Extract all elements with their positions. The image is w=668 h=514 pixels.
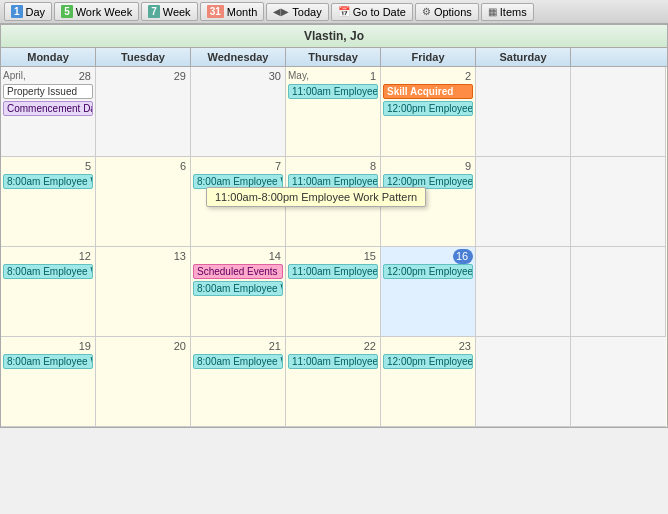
calendar-cell: April,28Property IssuedCommencement Dat [1,67,96,157]
toolbar-btn-options[interactable]: ⚙Options [415,3,479,21]
date-number: 8 [288,159,378,174]
calendar-cell [571,337,666,427]
options-label: Options [434,6,472,18]
date-number: 7 [193,159,283,174]
items-icon: ▦ [488,6,497,17]
date-number [573,339,664,342]
calendar-event[interactable]: Scheduled Events [193,264,283,279]
calendar-event[interactable]: 11:00am Employee W [288,354,378,369]
calendar-cell: 2312:00pm Employee W [381,337,476,427]
day-header-thursday: Thursday [286,48,381,66]
calendar-event[interactable]: 12:00pm Employee W [383,101,473,116]
date-number: 21 [193,339,283,354]
date-number: 22 [288,339,378,354]
calendar-cell: 13 [96,247,191,337]
date-number: 15 [288,249,378,264]
calendar-cell: 1612:00pm Employee W [381,247,476,337]
event-tooltip: 11:00am-8:00pm Employee Work Pattern [206,187,426,207]
date-number: 9 [383,159,473,174]
calendar-cell: 198:00am Employee W [1,337,96,427]
today-icon: ◀▶ [273,6,289,17]
calendar-cell [476,67,571,157]
today-date-num: 16 [453,249,473,264]
calendar-cell [476,337,571,427]
day-header-monday: Monday [1,48,96,66]
day-label: Day [26,6,46,18]
items-label: Items [500,6,527,18]
calendar-cell: 218:00am Employee W [191,337,286,427]
calendar-cell: 1511:00am Employee W [286,247,381,337]
calendar-event[interactable]: Skill Acquired [383,84,473,99]
calendar-event[interactable]: 8:00am Employee W [3,264,93,279]
date-number: 14 [193,249,283,264]
toolbar-btn-today[interactable]: ◀▶Today [266,3,328,21]
calendar-wrapper: Vlastin, Jo MondayTuesdayWednesdayThursd… [0,24,668,428]
date-number [478,69,568,72]
date-number [478,249,568,252]
calendar-cell [571,247,666,337]
calendar-cell: 58:00am Employee W [1,157,96,247]
day-headers-row: MondayTuesdayWednesdayThursdayFridaySatu… [1,48,667,67]
toolbar-btn-day[interactable]: 1Day [4,2,52,21]
calendar-event[interactable]: Property Issued [3,84,93,99]
today-label: Today [292,6,321,18]
date-number [573,159,663,162]
month-label: Month [227,6,258,18]
calendar-event[interactable]: 11:00am Employee W [288,264,378,279]
date-number: 19 [3,339,93,354]
calendar: Vlastin, Jo MondayTuesdayWednesdayThursd… [0,24,668,428]
day-icon: 1 [11,5,23,18]
date-number: 23 [383,339,473,354]
date-number: 13 [98,249,188,264]
date-number: April,28 [3,69,93,84]
calendar-cell: 20 [96,337,191,427]
calendar-cell: 128:00am Employee W [1,247,96,337]
calendar-cell [476,247,571,337]
date-number: 6 [98,159,188,174]
workweek-label: Work Week [76,6,132,18]
calendar-cell [571,157,666,247]
calendar-cell: 2211:00am Employee W [286,337,381,427]
calendar-cell: 6 [96,157,191,247]
calendar-event[interactable]: 11:00am Employee W [288,84,378,99]
calendar-event[interactable]: 8:00am Employee W [193,281,283,296]
date-number: 29 [98,69,188,84]
workweek-icon: 5 [61,5,73,18]
calendar-cell: 2Skill Acquired12:00pm Employee W [381,67,476,157]
calendar-event[interactable]: 8:00am Employee W [3,174,93,189]
month-icon: 31 [207,5,224,18]
date-number: 5 [3,159,93,174]
date-number [478,339,568,342]
toolbar: 1Day5Work Week7Week31Month◀▶Today📅Go to … [0,0,668,24]
date-number [573,69,663,72]
calendar-event[interactable]: 8:00am Employee W [3,354,93,369]
day-header-tuesday: Tuesday [96,48,191,66]
date-number: 30 [193,69,283,84]
options-icon: ⚙ [422,6,431,17]
toolbar-btn-month[interactable]: 31Month [200,2,265,21]
day-header-extra [571,48,666,66]
calendar-cell [571,67,666,157]
calendar-cell: 30 [191,67,286,157]
gotodate-label: Go to Date [353,6,406,18]
gotodate-icon: 📅 [338,6,350,17]
date-number: 12 [3,249,93,264]
calendar-person-header: Vlastin, Jo [1,25,667,48]
day-header-wednesday: Wednesday [191,48,286,66]
date-number: 20 [98,339,188,354]
toolbar-btn-week[interactable]: 7Week [141,2,197,21]
toolbar-btn-workweek[interactable]: 5Work Week [54,2,139,21]
toolbar-btn-items[interactable]: ▦Items [481,3,534,21]
calendar-event[interactable]: 12:00pm Employee W [383,354,473,369]
calendar-event[interactable]: Commencement Dat [3,101,93,116]
date-number [478,159,568,162]
week-icon: 7 [148,5,160,18]
date-number: May,1 [288,69,378,84]
calendar-cell: 14Scheduled Events8:00am Employee W [191,247,286,337]
calendar-event[interactable]: 12:00pm Employee W [383,264,473,279]
calendar-cell: May,111:00am Employee W [286,67,381,157]
date-number: 2 [383,69,473,84]
calendar-event[interactable]: 8:00am Employee W [193,354,283,369]
day-header-saturday: Saturday [476,48,571,66]
toolbar-btn-gotodate[interactable]: 📅Go to Date [331,3,413,21]
